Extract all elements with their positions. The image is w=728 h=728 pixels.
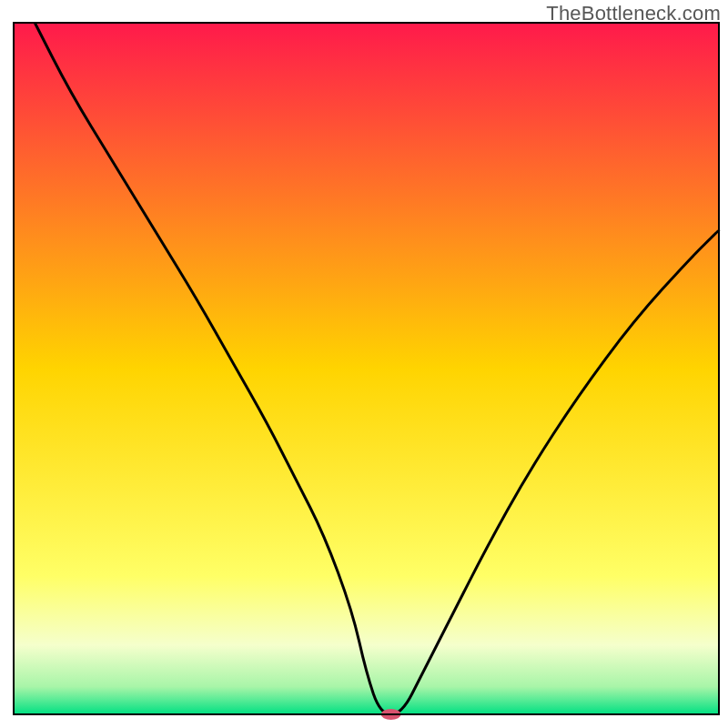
plot-background <box>14 23 719 714</box>
chart-container: TheBottleneck.com <box>0 0 728 728</box>
watermark-text: TheBottleneck.com <box>546 2 721 25</box>
bottleneck-chart <box>0 0 728 728</box>
